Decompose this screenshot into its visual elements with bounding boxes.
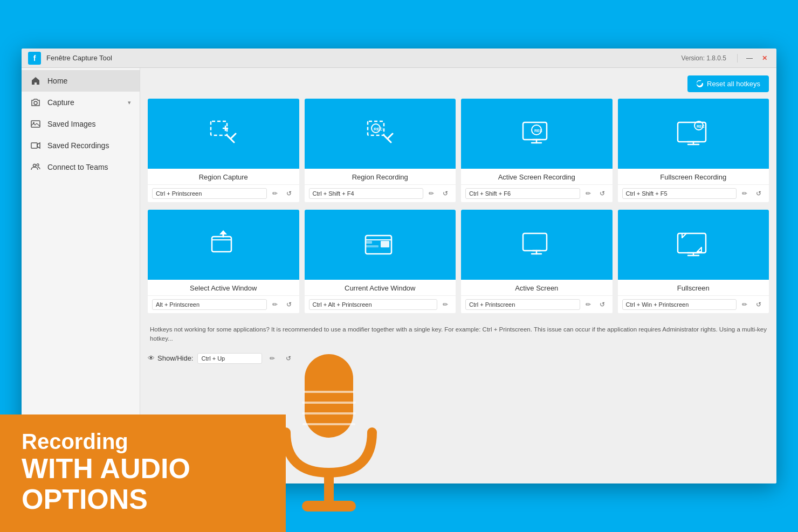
svg-text:REC: REC bbox=[534, 129, 542, 133]
tile-current-active-window-icon-area[interactable] bbox=[305, 210, 456, 280]
sidebar-item-saved-images[interactable]: Saved Images bbox=[22, 113, 140, 135]
mic-overlay bbox=[259, 349, 399, 521]
tile-current-active-window-edit-btn[interactable]: ✏ bbox=[439, 299, 451, 310]
tile-region-capture-hotkey: Ctrl + Printscreen bbox=[152, 188, 267, 199]
sidebar-label-saved-images: Saved Images bbox=[47, 120, 96, 128]
sidebar-item-saved-recordings[interactable]: Saved Recordings bbox=[22, 135, 140, 156]
home-icon bbox=[30, 75, 41, 86]
tile-fullscreen-recording-edit-btn[interactable]: ✏ bbox=[739, 188, 751, 199]
tile-select-active-window-reset-btn[interactable]: ↺ bbox=[283, 299, 295, 310]
image-icon bbox=[30, 119, 41, 129]
svg-text:REC: REC bbox=[374, 127, 383, 132]
tile-region-capture-reset-btn[interactable]: ↺ bbox=[283, 188, 295, 199]
sidebar-item-capture[interactable]: Capture ▾ bbox=[22, 92, 140, 113]
tile-region-recording-hotkey: Ctrl + Shift + F4 bbox=[309, 188, 424, 199]
tile-active-screen-hotkey-row: Ctrl + Printscreen ✏ ↺ bbox=[461, 295, 613, 313]
tile-current-active-window-hotkey-row: Ctrl + Alt + Printscreen ✏ bbox=[305, 295, 456, 313]
svg-marker-31 bbox=[219, 230, 227, 234]
overlay-banner: Recording WITH AUDIO OPTIONS bbox=[0, 414, 286, 532]
tile-active-screen: Active Screen Ctrl + Printscreen ✏ ↺ bbox=[461, 210, 613, 313]
teams-icon bbox=[30, 162, 41, 172]
showhide-label: 👁 Show/Hide: bbox=[148, 354, 193, 362]
tile-region-recording-hotkey-row: Ctrl + Shift + F4 ✏ ↺ bbox=[305, 184, 456, 202]
svg-rect-28 bbox=[212, 237, 231, 252]
tile-region-capture-label: Region Capture bbox=[148, 169, 299, 184]
tile-select-active-window-icon-area[interactable] bbox=[148, 210, 299, 280]
title-sep bbox=[737, 54, 738, 63]
sidebar-item-connect-teams[interactable]: Connect to Teams bbox=[22, 156, 140, 178]
top-bar: Reset all hotkeys bbox=[148, 75, 769, 92]
tile-select-active-window-edit-btn[interactable]: ✏ bbox=[269, 299, 281, 310]
tile-select-active-window-hotkey: Alt + Printscreen bbox=[152, 299, 267, 310]
tile-region-recording: REC Region Recording Ctrl + Shift + F4 ✏… bbox=[305, 99, 456, 202]
tile-fullscreen-recording-icon-area[interactable]: REC bbox=[618, 99, 769, 169]
eye-icon: 👁 bbox=[148, 354, 155, 362]
app-logo: f bbox=[28, 52, 41, 65]
close-button[interactable]: ✕ bbox=[759, 53, 770, 64]
svg-point-0 bbox=[34, 101, 37, 105]
sidebar-item-home[interactable]: Home bbox=[22, 70, 140, 92]
tile-region-capture-hotkey-row: Ctrl + Printscreen ✏ ↺ bbox=[148, 184, 299, 202]
tile-active-screen-edit-btn[interactable]: ✏ bbox=[582, 299, 594, 310]
tile-fullscreen-icon-area[interactable] bbox=[618, 210, 769, 280]
tile-active-screen-icon-area[interactable] bbox=[461, 210, 613, 280]
tile-fullscreen: Fullscreen Ctrl + Win + Printscreen ✏ ↺ bbox=[618, 210, 769, 313]
tile-select-active-window: Select Active Window Alt + Printscreen ✏… bbox=[148, 210, 299, 313]
tile-active-screen-recording-hotkey: Ctrl + Shift + F6 bbox=[465, 188, 580, 199]
overlay-line1: Recording bbox=[22, 430, 264, 453]
capture-grid-row1: Region Capture Ctrl + Printscreen ✏ ↺ RE… bbox=[148, 99, 769, 202]
tile-active-screen-recording-hotkey-row: Ctrl + Shift + F6 ✏ ↺ bbox=[461, 184, 613, 202]
showhide-hotkey: Ctrl + Up bbox=[197, 353, 262, 364]
tile-fullscreen-recording-label: Fullscreen Recording bbox=[618, 169, 769, 184]
tile-active-screen-recording-label: Active Screen Recording bbox=[461, 169, 613, 184]
tile-fullscreen-recording-hotkey-row: Ctrl + Shift + F5 ✏ ↺ bbox=[618, 184, 769, 202]
svg-line-15 bbox=[388, 134, 393, 138]
tile-region-recording-label: Region Recording bbox=[305, 169, 456, 184]
svg-rect-36 bbox=[366, 245, 379, 247]
app-title: Fenêtre Capture Tool bbox=[46, 54, 682, 62]
svg-rect-37 bbox=[523, 233, 547, 251]
svg-rect-35 bbox=[366, 241, 372, 244]
tile-active-screen-recording-reset-btn[interactable]: ↺ bbox=[596, 188, 608, 199]
svg-rect-34 bbox=[381, 241, 389, 247]
tile-fullscreen-recording-reset-btn[interactable]: ↺ bbox=[753, 188, 765, 199]
showhide-row: 👁 Show/Hide: Ctrl + Up ✏ ↺ bbox=[148, 353, 769, 364]
camera-icon bbox=[30, 97, 41, 108]
tile-region-recording-reset-btn[interactable]: ↺ bbox=[439, 188, 451, 199]
tile-region-capture-icon-area[interactable] bbox=[148, 99, 299, 169]
tile-active-screen-recording-edit-btn[interactable]: ✏ bbox=[582, 188, 594, 199]
chevron-down-icon: ▾ bbox=[128, 99, 131, 106]
tile-active-screen-hotkey: Ctrl + Printscreen bbox=[465, 299, 580, 310]
tile-active-screen-recording-icon-area[interactable]: REC bbox=[461, 99, 613, 169]
tile-fullscreen-recording: REC Fullscreen Recording Ctrl + Shift + … bbox=[618, 99, 769, 202]
tile-fullscreen-hotkey: Ctrl + Win + Printscreen bbox=[622, 299, 737, 310]
sidebar-label-saved-recordings: Saved Recordings bbox=[47, 141, 109, 150]
capture-grid-row2: Select Active Window Alt + Printscreen ✏… bbox=[148, 210, 769, 313]
tile-region-capture-edit-btn[interactable]: ✏ bbox=[269, 188, 281, 199]
tile-active-screen-label: Active Screen bbox=[461, 280, 613, 295]
svg-line-8 bbox=[231, 134, 236, 138]
minimize-button[interactable]: — bbox=[744, 53, 755, 64]
tile-active-screen-reset-btn[interactable]: ↺ bbox=[596, 299, 608, 310]
title-bar-controls: — ✕ bbox=[735, 53, 770, 64]
tile-current-active-window: Current Active Window Ctrl + Alt + Print… bbox=[305, 210, 456, 313]
reset-hotkeys-button[interactable]: Reset all hotkeys bbox=[687, 75, 769, 92]
tile-select-active-window-hotkey-row: Alt + Printscreen ✏ ↺ bbox=[148, 295, 299, 313]
sidebar-label-home: Home bbox=[47, 77, 67, 85]
svg-rect-3 bbox=[31, 143, 37, 148]
sidebar-label-connect-teams: Connect to Teams bbox=[47, 163, 108, 171]
sidebar-label-capture: Capture bbox=[47, 98, 74, 107]
svg-point-4 bbox=[33, 164, 36, 167]
svg-rect-53 bbox=[302, 501, 356, 512]
svg-line-48 bbox=[697, 247, 701, 252]
tile-region-recording-edit-btn[interactable]: ✏ bbox=[425, 188, 437, 199]
app-version: Version: 1.8.0.5 bbox=[682, 54, 726, 62]
tile-fullscreen-reset-btn[interactable]: ↺ bbox=[753, 299, 765, 310]
tile-fullscreen-edit-btn[interactable]: ✏ bbox=[739, 299, 751, 310]
tile-fullscreen-hotkey-row: Ctrl + Win + Printscreen ✏ ↺ bbox=[618, 295, 769, 313]
tile-active-screen-recording: REC Active Screen Recording Ctrl + Shift… bbox=[461, 99, 613, 202]
tile-region-capture: Region Capture Ctrl + Printscreen ✏ ↺ bbox=[148, 99, 299, 202]
overlay-line2: WITH AUDIO OPTIONS bbox=[22, 453, 264, 515]
tile-region-recording-icon-area[interactable]: REC bbox=[305, 99, 456, 169]
tile-fullscreen-recording-hotkey: Ctrl + Shift + F5 bbox=[622, 188, 737, 199]
